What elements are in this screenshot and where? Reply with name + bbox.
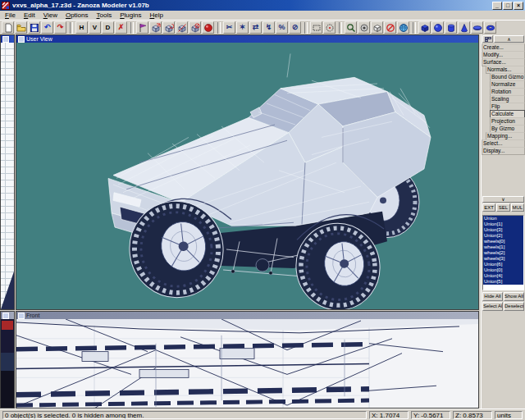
new-file-button[interactable] xyxy=(2,21,14,34)
menu-item-plugins[interactable]: Plugins xyxy=(116,11,145,19)
swap-tool-button[interactable]: ⇄ xyxy=(249,21,262,34)
create-plane-button[interactable] xyxy=(471,21,483,34)
user-view-canvas[interactable] xyxy=(16,43,478,309)
weld-tool-button[interactable]: ↯ xyxy=(262,21,275,34)
panel-expand-button[interactable]: ∨ xyxy=(482,196,524,203)
command-panel: ∧ Create... Modify... Surface... Normals… xyxy=(481,34,525,409)
left-bottom-viewport-titlebar[interactable] xyxy=(1,312,14,319)
menu-item-edit[interactable]: Edit xyxy=(20,11,39,19)
lightning-icon: ↯ xyxy=(266,24,272,31)
menu-item-options[interactable]: Options xyxy=(62,11,93,19)
forbid-button[interactable] xyxy=(384,21,396,34)
menu-item-help[interactable]: Help xyxy=(145,11,167,19)
objects-list[interactable]: Union Union[1] Union[3] Union[2] wheels[… xyxy=(482,215,524,290)
mul-mode-button[interactable]: MUL xyxy=(511,203,524,212)
render-sphere-button[interactable] xyxy=(202,21,214,34)
create-cube-button[interactable] xyxy=(418,21,431,34)
box-scale-icon xyxy=(177,23,187,33)
rect-select-button[interactable] xyxy=(310,21,322,34)
create-torus-button[interactable] xyxy=(484,21,496,34)
redo-icon: ↷ xyxy=(57,24,64,31)
viewport-icon xyxy=(2,36,9,43)
menu-item-file[interactable]: File xyxy=(1,11,20,19)
undo-button[interactable]: ↶ xyxy=(41,21,53,34)
left-viewport[interactable] xyxy=(0,34,15,310)
bounding-box-button[interactable] xyxy=(371,21,383,34)
list-item[interactable]: wheels[0] xyxy=(483,239,523,244)
app-icon xyxy=(2,2,10,10)
status-bar: 0 object(s) is selected. 0 is hidden amo… xyxy=(0,409,525,420)
cut-button[interactable]: ✂ xyxy=(223,21,235,34)
list-item[interactable]: Union[0] xyxy=(483,267,523,273)
star-tool-button[interactable]: ✶ xyxy=(236,21,249,34)
left-bottom-viewport-canvas[interactable] xyxy=(1,319,14,408)
white-box-icon xyxy=(372,23,382,33)
scale-object-button[interactable] xyxy=(176,21,188,34)
toggle-h-button[interactable]: H xyxy=(75,21,88,34)
minimize-button[interactable]: _ xyxy=(492,2,502,10)
save-button[interactable] xyxy=(28,21,40,34)
viewport-title: Front xyxy=(26,313,39,319)
list-item[interactable]: Union[6] xyxy=(483,262,523,267)
deselect-button[interactable]: Deselect xyxy=(504,302,524,311)
percent-tool-button[interactable]: % xyxy=(276,21,288,34)
front-viewport-titlebar[interactable]: Front xyxy=(16,312,478,319)
object-actions: Hide All Show All Select All Deselect xyxy=(482,290,525,313)
flag-button[interactable] xyxy=(136,21,148,34)
show-all-button[interactable]: Show All xyxy=(504,292,524,301)
main-toolbar: ↶ ↷ H V D ✗ ✂ ✶ ⇄ ↯ % ⊘ xyxy=(0,20,525,34)
wireframe-truck xyxy=(16,43,478,309)
panel-collapse-button[interactable]: ∧ xyxy=(494,35,524,43)
circle-select-button[interactable] xyxy=(323,21,336,34)
user-view-viewport[interactable]: User View xyxy=(16,34,479,310)
hide-selected-button[interactable]: ✗ xyxy=(115,21,127,34)
eye-view-button[interactable] xyxy=(358,21,370,34)
close-button[interactable]: × xyxy=(514,2,523,10)
panel-grid-button[interactable] xyxy=(482,35,493,43)
front-view-canvas[interactable] xyxy=(16,319,478,408)
coord-y-field: Y: -0.5671 xyxy=(411,411,450,419)
status-message: 0 object(s) is selected. 0 is hidden amo… xyxy=(2,411,367,419)
list-item[interactable]: Union xyxy=(483,216,523,221)
ext-mode-button[interactable]: EXT xyxy=(482,203,495,212)
left-viewport-titlebar[interactable] xyxy=(1,35,14,43)
box-disable-icon xyxy=(190,23,200,33)
list-item[interactable]: wheels[1] xyxy=(483,244,523,250)
sel-mode-button[interactable]: SEL xyxy=(496,203,509,212)
toggle-d-button[interactable]: D xyxy=(102,21,114,34)
toolbar-separator xyxy=(339,22,342,34)
front-viewport[interactable]: Front xyxy=(16,311,479,409)
toggle-v-button[interactable]: V xyxy=(89,21,101,34)
list-item[interactable]: Union[5] xyxy=(483,279,523,285)
left-bottom-viewport[interactable] xyxy=(0,311,15,409)
list-item[interactable]: Union[2] xyxy=(483,233,523,239)
create-cone-button[interactable] xyxy=(458,21,470,34)
left-viewport-canvas[interactable] xyxy=(1,43,14,309)
redo-button[interactable]: ↷ xyxy=(54,21,66,34)
menu-item-view[interactable]: View xyxy=(39,11,62,19)
list-item[interactable]: wheels[2] xyxy=(483,250,523,256)
menu-item-tools[interactable]: Tools xyxy=(93,11,116,19)
hide-all-button[interactable]: Hide All xyxy=(482,292,503,301)
maximize-button[interactable]: □ xyxy=(503,2,513,10)
null-tool-button[interactable]: ⊘ xyxy=(289,21,301,34)
panel-item-display[interactable]: Display... xyxy=(482,147,525,155)
user-view-titlebar[interactable]: User View xyxy=(16,35,478,43)
zoom-button[interactable] xyxy=(345,21,357,34)
list-item[interactable]: Union[4] xyxy=(483,273,523,279)
select-all-button[interactable]: Select All xyxy=(482,302,503,311)
list-item[interactable]: Union[3] xyxy=(483,227,523,233)
world-button[interactable] xyxy=(397,21,409,34)
rotate-object-button[interactable] xyxy=(162,21,175,34)
move-object-button[interactable] xyxy=(149,21,162,34)
create-cylinder-button[interactable] xyxy=(445,21,457,34)
chevron-up-icon: ∧ xyxy=(507,37,510,42)
list-item[interactable]: Union[1] xyxy=(483,221,523,227)
create-sphere-button[interactable] xyxy=(431,21,444,34)
open-file-button[interactable] xyxy=(15,21,27,34)
list-item[interactable]: wheels[3] xyxy=(483,256,523,262)
viewport-icon xyxy=(18,36,25,43)
disable-object-button[interactable] xyxy=(189,21,201,34)
flag-icon xyxy=(138,23,148,33)
null-set-icon: ⊘ xyxy=(292,24,299,31)
